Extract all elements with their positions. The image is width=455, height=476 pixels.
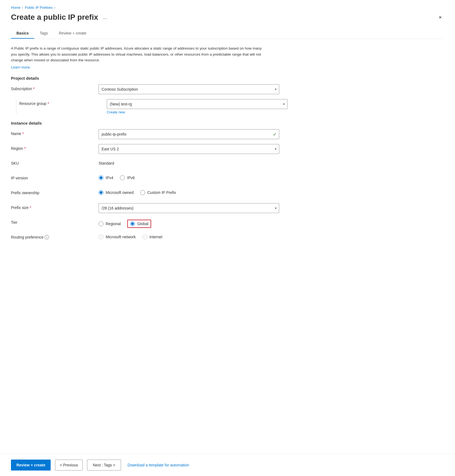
breadcrumb-home[interactable]: Home (11, 5, 21, 10)
footer-bar: Review + create < Previous Next : Tags >… (0, 454, 455, 476)
prefix-ownership-custom-option[interactable]: Custom IP Prefix (140, 190, 176, 195)
tab-review-create[interactable]: Review + create (53, 28, 92, 39)
resource-group-control: (New) test-rg ▾ Create new (107, 99, 287, 114)
label-region: Region * (11, 144, 99, 151)
previous-button[interactable]: < Previous (55, 460, 83, 471)
routing-microsoft-network-radio (99, 234, 103, 239)
ip-version-ipv4-option[interactable]: IPv4 (99, 175, 113, 180)
download-template-link[interactable]: Download a template for automation (128, 463, 189, 467)
form-row-routing-preference: Routing preference i Microsoft network I… (11, 233, 444, 243)
ip-version-control: IPv4 IPv6 (99, 174, 279, 180)
required-indicator-rg: * (48, 101, 49, 106)
label-subscription: Subscription * (11, 84, 99, 91)
tier-global-label: Global (137, 222, 148, 226)
ip-version-ipv6-option[interactable]: IPv6 (120, 175, 135, 180)
learn-more-link[interactable]: Learn more. (11, 65, 31, 69)
tier-global-highlight: Global (127, 220, 151, 228)
tier-global-option[interactable]: Global (130, 221, 148, 226)
tier-global-radio[interactable] (130, 221, 135, 226)
name-control: ✓ (99, 129, 279, 139)
section-project: Project details (11, 76, 444, 81)
ellipsis-button[interactable]: ... (101, 13, 110, 21)
form-row-resource-group: Resource group * (New) test-rg ▾ Create … (11, 99, 444, 114)
ip-version-ipv4-radio[interactable] (99, 175, 103, 180)
routing-microsoft-network-label: Microsoft network (106, 235, 136, 239)
subscription-control: Contoso Subscription ▾ (99, 84, 279, 94)
prefix-ownership-radio-group: Microsoft owned Custom IP Prefix (99, 188, 279, 195)
page-header: Create a public IP prefix ... × (11, 13, 444, 22)
section-instance: Instance details (11, 121, 444, 125)
form-row-sku: SKU Standard (11, 159, 444, 169)
breadcrumb: Home › Public IP Prefixes › (11, 5, 444, 10)
ip-version-ipv6-radio[interactable] (120, 175, 125, 180)
tier-radio-group: Regional Global (99, 218, 279, 228)
tab-tags[interactable]: Tags (34, 28, 53, 39)
prefix-ownership-custom-label: Custom IP Prefix (147, 190, 176, 195)
next-button[interactable]: Next : Tags > (87, 460, 121, 471)
prefix-ownership-custom-radio[interactable] (140, 190, 145, 195)
ip-version-radio-group: IPv4 IPv6 (99, 174, 279, 180)
subscription-select[interactable]: Contoso Subscription (99, 84, 279, 94)
ip-version-ipv4-label: IPv4 (106, 176, 113, 180)
tab-basics[interactable]: Basics (11, 28, 34, 39)
label-sku: SKU (11, 159, 99, 165)
prefix-size-control: /28 (16 addresses) ▾ (99, 203, 279, 213)
routing-preference-control: Microsoft network Internet (99, 233, 279, 239)
prefix-ownership-microsoft-radio[interactable] (99, 190, 103, 195)
prefix-ownership-microsoft-option[interactable]: Microsoft owned (99, 190, 134, 195)
form-row-tier: Tier Regional Global (11, 218, 444, 228)
required-indicator-name: * (22, 131, 24, 136)
breadcrumb-sep-2: › (54, 6, 55, 10)
form-row-subscription: Subscription * Contoso Subscription ▾ (11, 84, 444, 94)
form-row-name: Name * ✓ (11, 129, 444, 139)
tier-control: Regional Global (99, 218, 279, 228)
label-resource-group: Resource group * (19, 99, 107, 106)
tier-regional-radio[interactable] (99, 221, 103, 226)
routing-preference-radio-group: Microsoft network Internet (99, 233, 279, 239)
form-row-ip-version: IP version IPv4 IPv6 (11, 174, 444, 183)
label-prefix-ownership: Prefix ownership (11, 188, 99, 195)
label-tier: Tier (11, 218, 99, 225)
label-routing-preference: Routing preference i (11, 233, 99, 239)
routing-microsoft-network-option: Microsoft network (99, 234, 136, 239)
form-row-region: Region * East US 2 ▾ (11, 144, 444, 154)
prefix-size-select[interactable]: /28 (16 addresses) (99, 203, 279, 213)
routing-internet-radio (142, 234, 147, 239)
page-title: Create a public IP prefix (11, 13, 98, 22)
close-button[interactable]: × (436, 13, 444, 22)
required-indicator-prefix: * (30, 205, 31, 210)
breadcrumb-parent[interactable]: Public IP Prefixes (25, 5, 53, 10)
create-new-link[interactable]: Create new (107, 110, 287, 114)
name-input[interactable] (99, 129, 279, 139)
label-prefix-size: Prefix size * (11, 203, 99, 210)
ip-version-ipv6-label: IPv6 (127, 176, 135, 180)
breadcrumb-sep-1: › (22, 6, 23, 10)
tier-regional-option[interactable]: Regional (99, 221, 121, 226)
routing-preference-info-icon[interactable]: i (45, 235, 49, 239)
tier-regional-label: Regional (106, 222, 121, 226)
sku-value: Standard (99, 159, 114, 165)
review-create-button[interactable]: Review + create (11, 460, 51, 471)
required-indicator: * (33, 87, 34, 91)
region-select[interactable]: East US 2 (99, 144, 279, 154)
form-row-prefix-ownership: Prefix ownership Microsoft owned Custom … (11, 188, 444, 198)
label-ip-version: IP version (11, 174, 99, 180)
tab-bar: Basics Tags Review + create (11, 28, 444, 39)
resource-group-select[interactable]: (New) test-rg (107, 99, 287, 109)
prefix-ownership-control: Microsoft owned Custom IP Prefix (99, 188, 279, 195)
label-name: Name * (11, 129, 99, 136)
routing-internet-label: Internet (149, 235, 162, 239)
prefix-ownership-microsoft-label: Microsoft owned (106, 190, 134, 195)
description-text: A Public IP prefix is a range of contigu… (11, 45, 268, 63)
indent-bar (16, 99, 16, 114)
routing-internet-option: Internet (142, 234, 162, 239)
name-check-icon: ✓ (273, 131, 277, 137)
region-control: East US 2 ▾ (99, 144, 279, 154)
required-indicator-region: * (24, 146, 25, 151)
form-row-prefix-size: Prefix size * /28 (16 addresses) ▾ (11, 203, 444, 213)
